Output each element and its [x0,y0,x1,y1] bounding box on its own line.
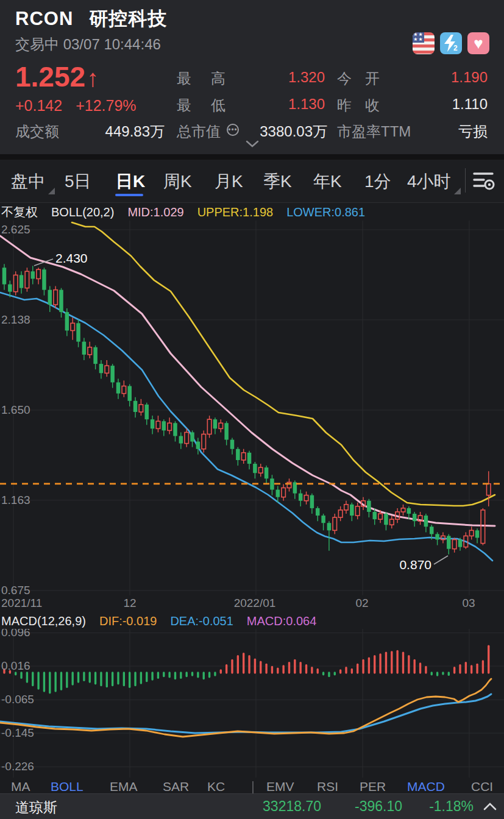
indicator-tab-rsi[interactable]: RSI [317,778,338,793]
high-label: 最高 [177,69,225,87]
change-value: +0.142 [15,97,62,115]
prev-close-label: 昨收 [337,96,380,114]
svg-text:2.625: 2.625 [1,223,30,236]
macd-name: MACD(12,26,9) [1,614,86,628]
turnover-value: 449.83万 [73,122,165,140]
macd-hist-value: MACD:0.064 [247,614,317,628]
tabbar-divider [465,168,466,193]
macd-indicator-header[interactable]: MACD(12,26,9) DIF:-0.019 DEA:-0.051 MACD… [1,612,504,629]
pe-label: 市盈率TTM [337,122,411,140]
high-value: 1.320 [240,69,325,87]
svg-text:1.163: 1.163 [1,494,30,506]
indicator-tab-divider [252,781,254,793]
quote-panel: 1.252↑ +0.142 +12.79% 最高 1.320 今开 1.190 … [0,60,504,154]
svg-text:0.016: 0.016 [1,659,30,672]
tab-yearly-k[interactable]: 年K [313,170,342,193]
stock-symbol: RCON [15,8,73,29]
macd-chart[interactable]: 0.0960.016-0.065-0.145-0.226 [0,629,504,779]
expand-stats-chevron-icon[interactable] [246,140,259,147]
svg-text:0.870: 0.870 [399,558,431,572]
tab-weekly-k[interactable]: 周K [163,170,192,193]
index-value: 33218.70 [236,798,321,815]
tab-4hour[interactable]: 4小时 [407,170,451,193]
indicator-tab-macd[interactable]: MACD [407,778,445,793]
index-change-percent: -1.18% [400,798,474,815]
header: RCON研控科技 交易中 03/07 10:44:46 ★★★★ 2 ♥ [0,0,504,60]
open-value: 1.190 [402,69,488,87]
boll-upper-value: UPPER:1.198 [197,205,274,219]
current-price: 1.252↑ [15,60,99,93]
svg-text:-0.226: -0.226 [1,760,34,773]
stock-name: 研控科技 [89,8,167,29]
indicator-tab-ma[interactable]: MA [11,778,30,793]
index-ticker-bar[interactable]: 道琼斯 33218.70 -396.10 -1.18% [0,793,504,819]
stock-app: RCON研控科技 交易中 03/07 10:44:46 ★★★★ 2 ♥ 1.2… [0,0,504,819]
us-flag-icon[interactable]: ★★★★ [413,32,435,54]
boll-mid-value: MID:1.029 [127,205,183,219]
index-change: -396.10 [329,798,402,815]
change-percent: +12.79% [76,97,136,115]
market-cap-info-icon[interactable]: ••• [227,124,239,136]
tab-daily-k[interactable]: 日K [116,170,145,193]
indicator-tabbar: MA BOLL EMA SAR KC EMV RSI PER MACD CCI [0,778,504,793]
svg-text:1.650: 1.650 [1,403,30,416]
header-icons: ★★★★ 2 ♥ [413,32,489,54]
indicator-tab-kc[interactable]: KC [207,778,225,793]
indicator-tab-per[interactable]: PER [360,778,386,793]
svg-text:-0.145: -0.145 [1,726,34,739]
tab-1min[interactable]: 1分 [364,170,391,193]
heart-favorite-icon[interactable]: ♥ [467,32,489,54]
tab-monthly-k[interactable]: 月K [215,170,243,193]
svg-text:2.430: 2.430 [55,251,88,265]
dropdown-triangle-icon [48,188,55,194]
market-cap-label: 总市值 [177,122,221,140]
price-change: +0.142 +12.79% [15,97,137,115]
quote-datetime: 03/07 10:44:46 [63,36,161,52]
boll-lower-value: LOWER:0.861 [286,205,365,219]
dropdown-triangle-icon [454,188,461,194]
x-axis-tick: 2022/01 [234,597,276,610]
indicator-tab-cci[interactable]: CCI [471,778,493,793]
svg-text:0.675: 0.675 [1,584,30,595]
low-value: 1.130 [240,96,325,114]
x-axis-tick: 03 [462,597,475,610]
macd-dea-value: DEA:-0.051 [170,614,233,628]
svg-text:-0.065: -0.065 [1,693,34,706]
tab-quarterly-k[interactable]: 季K [263,170,292,193]
main-candlestick-chart[interactable]: 2.6252.1381.6501.1630.6752.4300.870 [0,221,504,595]
page-title: RCON研控科技 [15,6,167,32]
adjust-mode: 不复权 [1,204,38,221]
trading-status: 交易中 03/07 10:44:46 [15,35,161,54]
x-axis-tick: 2021/11 [1,597,42,610]
pe-value: 亏损 [402,122,488,140]
indicator-tab-sar[interactable]: SAR [163,778,189,793]
period-tabbar: 盘中 5日 日K 周K 月K 季K 年K 1分 4小时 [0,160,504,203]
x-axis-tick: 02 [355,597,368,610]
lightning-level2-icon[interactable]: 2 [440,32,462,54]
prev-close-value: 1.110 [402,96,488,114]
section-divider [0,154,504,160]
turnover-label: 成交额 [15,122,59,140]
svg-text:2: 2 [453,44,458,52]
low-label: 最低 [177,96,225,114]
tab-intraday[interactable]: 盘中 [11,170,45,193]
index-name: 道琼斯 [15,798,57,817]
collapse-chevron-up-icon[interactable] [483,802,497,810]
indicator-settings-icon[interactable] [473,171,495,191]
indicator-tab-boll[interactable]: BOLL [51,778,83,793]
market-cap-value: 3380.03万 [240,122,327,140]
price-up-arrow-icon: ↑ [87,65,99,91]
svg-text:2.138: 2.138 [1,313,30,326]
indicator-tab-emv[interactable]: EMV [266,778,294,793]
x-axis-labels: 2021/11122022/010203 [0,595,504,612]
tab-5day[interactable]: 5日 [65,170,91,193]
active-tab-underline [115,194,143,196]
macd-dif-value: DIF:-0.019 [99,614,157,628]
indicator-tab-ema[interactable]: EMA [110,778,138,793]
x-axis-tick: 12 [123,597,136,610]
open-label: 今开 [337,69,380,87]
boll-name: BOLL(20,2) [51,205,114,219]
svg-text:0.096: 0.096 [1,629,30,639]
boll-indicator-header[interactable]: 不复权 BOLL(20,2) MID:1.029 UPPER:1.198 LOW… [1,204,504,221]
